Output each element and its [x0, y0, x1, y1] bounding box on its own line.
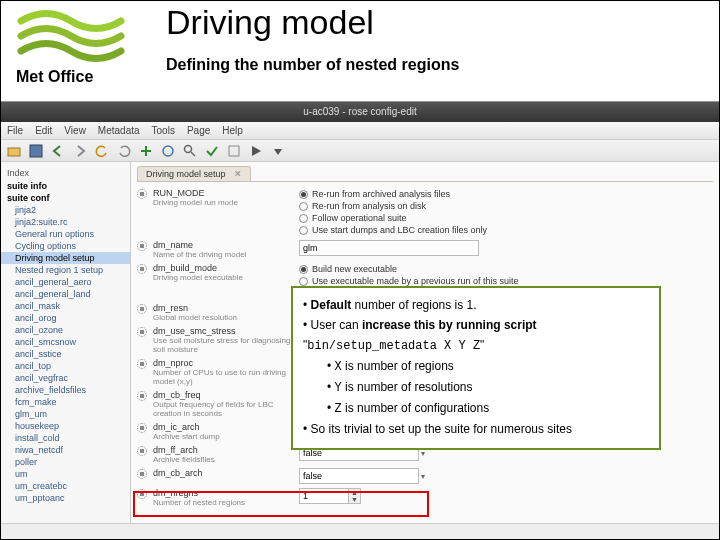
menubar: File Edit View Metadata Tools Page Help [1, 122, 719, 140]
svg-rect-1 [30, 145, 42, 157]
sidebar-item-ancil-sstice[interactable]: ancil_sstice [1, 348, 130, 360]
brand-name: Met Office [16, 68, 136, 86]
run-icon[interactable] [249, 144, 263, 158]
dm-nregns-spinbox[interactable]: ▲▼ [299, 488, 361, 504]
field-dm-ffarch-label: dm_ff_arch [153, 445, 293, 455]
menu-page[interactable]: Page [187, 125, 210, 136]
find-icon[interactable] [183, 144, 197, 158]
page-title: Driving model [166, 3, 374, 42]
transform-icon[interactable] [227, 144, 241, 158]
gear-icon[interactable] [137, 304, 147, 314]
sidebar-item-ancil-mask[interactable]: ancil_mask [1, 300, 130, 312]
save-icon[interactable] [29, 144, 43, 158]
sidebar-item-ancil-orog[interactable]: ancil_orog [1, 312, 130, 324]
run-mode-option-3[interactable]: Use start dumps and LBC creation files o… [299, 224, 713, 236]
gear-icon[interactable] [137, 446, 147, 456]
back-icon[interactable] [51, 144, 65, 158]
sidebar-item-ancil-general-aero[interactable]: ancil_general_aero [1, 276, 130, 288]
menu-help[interactable]: Help [222, 125, 243, 136]
sidebar-item-jinja2[interactable]: jinja2 [1, 204, 130, 216]
menu-metadata[interactable]: Metadata [98, 125, 140, 136]
field-dm-cbfreq-label: dm_cb_freq [153, 390, 293, 400]
sidebar-item-suite-info[interactable]: suite info [1, 180, 130, 192]
add-icon[interactable] [139, 144, 153, 158]
svg-marker-5 [252, 146, 261, 156]
field-dm-name-label: dm_name [153, 240, 293, 250]
sidebar-item-suite-conf[interactable]: suite conf [1, 192, 130, 204]
sidebar-item-um[interactable]: um [1, 468, 130, 480]
gear-icon[interactable] [137, 189, 147, 199]
field-dm-nproc-label: dm_nproc [153, 358, 293, 368]
svg-marker-6 [274, 149, 282, 155]
sidebar-item-poller[interactable]: poller [1, 456, 130, 468]
sidebar-item-niwa-netcdf[interactable]: niwa_netcdf [1, 444, 130, 456]
open-icon[interactable] [7, 144, 21, 158]
window-titlebar: u-ac039 - rose config-edit [1, 102, 719, 122]
gear-icon[interactable] [137, 423, 147, 433]
chevron-down-icon[interactable]: ▾ [421, 472, 425, 481]
svg-point-3 [185, 145, 192, 152]
sidebar-item-cycling-options[interactable]: Cycling options [1, 240, 130, 252]
sidebar-item-install-cold[interactable]: install_cold [1, 432, 130, 444]
sidebar: Index suite infosuite confjinja2jinja2:s… [1, 162, 131, 539]
gear-icon[interactable] [137, 241, 147, 251]
run-mode-option-1[interactable]: Re-run from analysis on disk [299, 200, 713, 212]
gear-icon[interactable] [137, 489, 147, 499]
logo-swirl-icon [16, 6, 126, 66]
menu-tools[interactable]: Tools [152, 125, 175, 136]
sidebar-item-ancil-ozone[interactable]: ancil_ozone [1, 324, 130, 336]
sidebar-item-driving-model-setup[interactable]: Driving model setup [1, 252, 130, 264]
run-mode-option-0[interactable]: Re-run from archived analysis files [299, 188, 713, 200]
field-dm-smc-label: dm_use_smc_stress [153, 326, 293, 336]
close-icon[interactable]: ✕ [234, 169, 242, 179]
sidebar-item-housekeep[interactable]: housekeep [1, 420, 130, 432]
info-callout: • Default number of regions is 1. • User… [291, 286, 661, 450]
met-office-logo: Met Office [16, 6, 136, 86]
field-dm-icarch-label: dm_ic_arch [153, 422, 293, 432]
tab-label: Driving model setup [146, 169, 226, 179]
dm-name-input[interactable] [299, 240, 479, 256]
field-dm-cbarch-label: dm_cb_arch [153, 468, 293, 478]
sidebar-item-ancil-smcsnow[interactable]: ancil_smcsnow [1, 336, 130, 348]
sidebar-item-archive-fieldsfiles[interactable]: archive_fieldsfiles [1, 384, 130, 396]
check-icon[interactable] [205, 144, 219, 158]
sidebar-item-um-createbc[interactable]: um_createbc [1, 480, 130, 492]
gear-icon[interactable] [137, 327, 147, 337]
menu-view[interactable]: View [64, 125, 86, 136]
revert-icon[interactable] [161, 144, 175, 158]
forward-icon[interactable] [73, 144, 87, 158]
tab-driving-model-setup[interactable]: Driving model setup ✕ [137, 166, 251, 181]
toolbar [1, 140, 719, 162]
menu-edit[interactable]: Edit [35, 125, 52, 136]
sidebar-item-um-pptoanc[interactable]: um_pptoanc [1, 492, 130, 504]
sidebar-item-general-run-options[interactable]: General run options [1, 228, 130, 240]
sidebar-header: Index [1, 166, 130, 180]
gear-icon[interactable] [137, 391, 147, 401]
dm-build-option-0[interactable]: Build new executable [299, 263, 713, 275]
svg-rect-0 [8, 148, 20, 156]
gear-icon[interactable] [137, 359, 147, 369]
field-dm-resn-label: dm_resn [153, 303, 293, 313]
sidebar-item-jinja2-suite-rc[interactable]: jinja2:suite.rc [1, 216, 130, 228]
svg-rect-4 [229, 146, 239, 156]
gear-icon[interactable] [137, 469, 147, 479]
field-dm-nregns-label: dm_nregns [153, 488, 293, 498]
run-menu-icon[interactable] [271, 144, 285, 158]
sidebar-item-ancil-vegfrac[interactable]: ancil_vegfrac [1, 372, 130, 384]
redo-icon[interactable] [117, 144, 131, 158]
sidebar-item-ancil-top[interactable]: ancil_top [1, 360, 130, 372]
sidebar-item-nested-region-1-setup[interactable]: Nested region 1 setup [1, 264, 130, 276]
field-dm-build-label: dm_build_mode [153, 263, 293, 273]
sidebar-item-fcm-make[interactable]: fcm_make [1, 396, 130, 408]
run-mode-option-2[interactable]: Follow operational suite [299, 212, 713, 224]
svg-point-2 [163, 146, 173, 156]
dm-cbarch-input[interactable] [299, 468, 419, 484]
sidebar-item-glm-um[interactable]: glm_um [1, 408, 130, 420]
chevron-down-icon[interactable]: ▾ [421, 449, 425, 458]
page-subtitle: Defining the number of nested regions [166, 56, 459, 74]
field-run-mode-label: RUN_MODE [153, 188, 293, 198]
menu-file[interactable]: File [7, 125, 23, 136]
sidebar-item-ancil-general-land[interactable]: ancil_general_land [1, 288, 130, 300]
undo-icon[interactable] [95, 144, 109, 158]
gear-icon[interactable] [137, 264, 147, 274]
